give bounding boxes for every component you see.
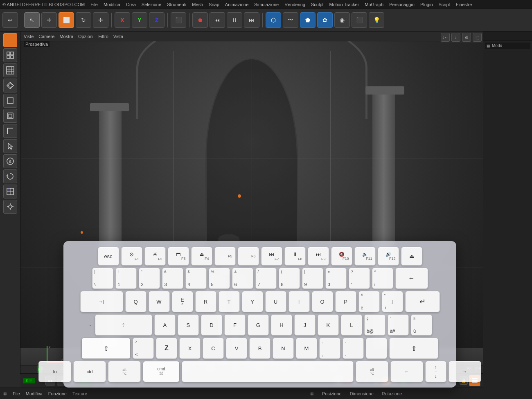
bottom-rotazione[interactable]: Rotazione	[382, 391, 402, 396]
key-w[interactable]: W	[149, 291, 170, 312]
move-tool-button[interactable]: ✛	[41, 12, 57, 28]
key-3[interactable]: £ 3	[162, 268, 183, 289]
vp-viste[interactable]: Viste	[24, 34, 34, 39]
menu-crea[interactable]: Crea	[126, 2, 136, 7]
bottom-texture[interactable]: Texture	[72, 391, 87, 396]
menu-selezione[interactable]: Selezione	[142, 2, 161, 7]
key-v[interactable]: V	[226, 338, 247, 359]
key-f5[interactable]: F5	[214, 247, 236, 266]
key-period[interactable]: : .	[343, 338, 364, 359]
scale-tool-button[interactable]: ⬜	[59, 12, 74, 28]
key-6[interactable]: & 6	[232, 268, 253, 289]
menu-animazione[interactable]: Animazione	[225, 2, 248, 7]
key-shift-right[interactable]: ⇧	[389, 338, 438, 359]
tool-grid2[interactable]	[3, 63, 17, 77]
nav-down-button[interactable]: ↓	[451, 33, 460, 42]
tool-rotate[interactable]	[3, 169, 17, 183]
bottom-modifica[interactable]: Modifica	[26, 391, 43, 396]
tool-grid[interactable]	[3, 48, 17, 62]
key-bracket-close[interactable]: * + ]	[382, 291, 403, 312]
key-caret[interactable]: ^ ì	[372, 268, 393, 289]
key-f6[interactable]: F6	[238, 247, 259, 266]
key-space[interactable]	[182, 361, 354, 382]
play-reverse-button[interactable]: ⏮	[210, 12, 225, 28]
key-n[interactable]: N	[273, 338, 294, 359]
menu-mograph[interactable]: MoGraph	[365, 2, 383, 7]
spline-tool-button[interactable]: 〜	[283, 12, 298, 28]
deformer-button[interactable]: ✿	[317, 12, 333, 28]
tool-cursor[interactable]	[3, 139, 17, 153]
bottom-dimensione[interactable]: Dimensione	[350, 391, 374, 396]
nav-move-button[interactable]: ↕↔	[441, 33, 450, 42]
key-f11[interactable]: 🔈F11	[354, 247, 376, 266]
key-4[interactable]: $ 4	[185, 268, 207, 289]
menu-snap[interactable]: Snap	[209, 2, 219, 7]
key-o[interactable]: O	[312, 291, 333, 312]
key-f7[interactable]: ⏮F7	[261, 247, 282, 266]
pause-button[interactable]: ⏸	[227, 12, 242, 28]
bottom-file[interactable]: File	[13, 391, 20, 396]
key-minus[interactable]: – -	[366, 338, 387, 359]
tool-box[interactable]	[3, 94, 17, 108]
select-tool-button[interactable]: ↖	[24, 12, 40, 28]
key-apostrophe[interactable]: ? '	[349, 268, 370, 289]
key-m[interactable]: M	[296, 338, 317, 359]
x-axis-button[interactable]: X	[115, 12, 130, 28]
z-axis-button[interactable]: Z	[149, 12, 165, 28]
vp-opzioni[interactable]: Opzioni	[78, 34, 93, 39]
key-9[interactable]: | 9	[302, 268, 323, 289]
undo-button[interactable]: ↩	[2, 12, 18, 28]
key-g[interactable]: G	[248, 314, 269, 336]
key-bracket-open[interactable]: é è	[358, 291, 380, 312]
key-j[interactable]: J	[294, 314, 316, 336]
rotate-tool-button[interactable]: ↻	[76, 12, 91, 28]
nav-layout-button[interactable]: ⬚	[473, 33, 482, 42]
nurbs-tool-button[interactable]: ⬟	[300, 12, 316, 28]
key-q[interactable]: Q	[125, 291, 147, 312]
bottom-funzione[interactable]: Funzione	[48, 391, 67, 396]
key-1[interactable]: ! 1	[115, 268, 137, 289]
menu-script[interactable]: Script	[439, 2, 450, 7]
key-f4[interactable]: ⏏F4	[191, 247, 212, 266]
menu-personaggio[interactable]: Personaggio	[389, 2, 415, 7]
key-e[interactable]: E €	[172, 291, 193, 312]
key-y[interactable]: Y	[242, 291, 263, 312]
y-axis-button[interactable]: Y	[132, 12, 147, 28]
key-u[interactable]: U	[265, 291, 286, 312]
key-comma[interactable]: ; ,	[319, 338, 340, 359]
frame-current[interactable]: 0 F	[23, 378, 35, 383]
key-arrow-up-down[interactable]: ↑ ↓	[425, 361, 446, 382]
vp-filtro[interactable]: Filtro	[98, 34, 108, 39]
tool-box2[interactable]	[3, 109, 17, 123]
key-k[interactable]: K	[318, 314, 339, 336]
key-p[interactable]: P	[335, 291, 356, 312]
menu-simulazione[interactable]: Simulazione	[254, 2, 279, 7]
bottom-posizione[interactable]: Posizione	[322, 391, 342, 396]
menu-sculpt[interactable]: Sculpt	[311, 2, 324, 7]
menu-mesh[interactable]: Mesh	[192, 2, 203, 7]
key-5[interactable]: % 5	[209, 268, 230, 289]
environment-button[interactable]: ◉	[334, 12, 350, 28]
tool-diamond[interactable]	[3, 79, 17, 92]
key-semicolon[interactable]: ç ò@	[364, 314, 385, 336]
tool-subdivide[interactable]	[3, 185, 17, 198]
key-l[interactable]: L	[341, 314, 362, 336]
key-f3[interactable]: 🗖F3	[168, 247, 189, 266]
key-capslock[interactable]: ⇪	[95, 314, 152, 336]
menu-rendering[interactable]: Rendering	[284, 2, 305, 7]
key-f[interactable]: F	[224, 314, 246, 336]
render-region-button[interactable]: ⬛	[171, 12, 186, 28]
key-shift-left[interactable]: ⇧	[81, 338, 131, 359]
key-cmd-right[interactable]: alt ⌥	[356, 361, 388, 382]
key-backslash[interactable]: | \	[92, 268, 113, 289]
key-f10[interactable]: 🔇F10	[331, 247, 352, 266]
key-angle[interactable]: > <	[133, 338, 154, 359]
key-d[interactable]: D	[201, 314, 222, 336]
key-8[interactable]: ( 8	[279, 268, 300, 289]
key-0[interactable]: = 0	[325, 268, 347, 289]
key-s[interactable]: S	[178, 314, 199, 336]
key-b[interactable]: B	[249, 338, 271, 359]
tool-corner[interactable]	[3, 124, 17, 138]
key-h[interactable]: H	[271, 314, 292, 336]
key-tab[interactable]: →|	[80, 291, 123, 312]
